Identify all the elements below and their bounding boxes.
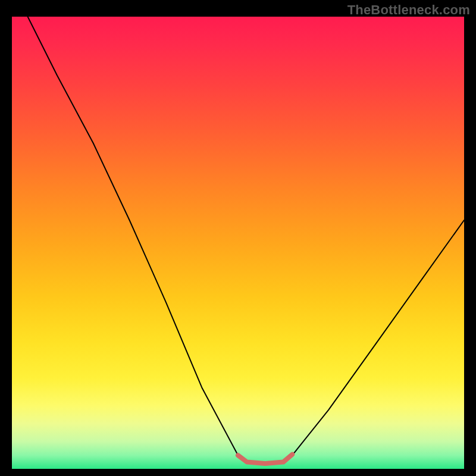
plot-area [12,17,464,469]
curve-left [28,17,238,455]
curve-valley [238,455,292,464]
curve-layer [12,17,464,469]
curve-right [292,220,464,455]
chart-frame: TheBottleneck.com [0,0,476,476]
watermark-label: TheBottleneck.com [347,2,470,18]
